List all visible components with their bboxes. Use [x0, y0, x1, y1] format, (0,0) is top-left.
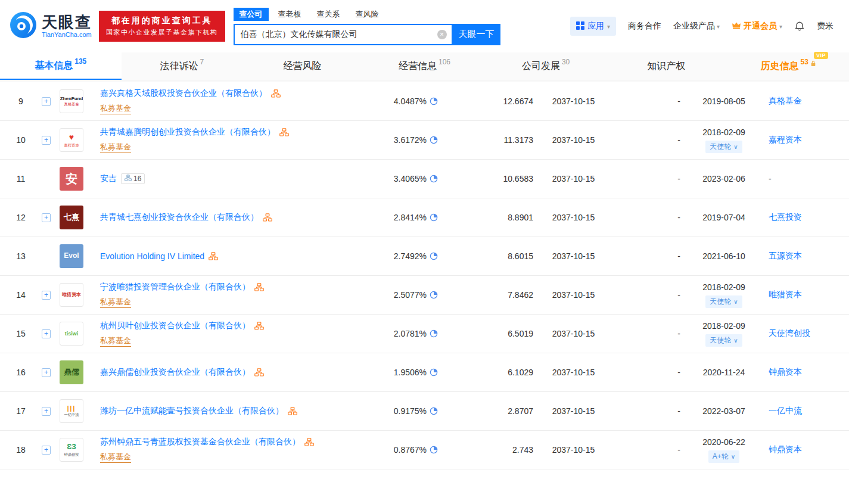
private-fund-tag[interactable]: 私募基金 [100, 297, 131, 308]
shareholder-name-link[interactable]: 宁波唯猎投资管理合伙企业（有限合伙） [100, 282, 250, 293]
private-fund-tag[interactable]: 私募基金 [100, 103, 131, 114]
private-fund-tag[interactable]: 私募基金 [100, 335, 131, 347]
fund-link[interactable]: 天使湾创投 [769, 328, 810, 338]
clear-search-icon[interactable]: × [437, 30, 447, 39]
logo-text-main: tisiwi [65, 331, 79, 337]
tab-operation-risk[interactable]: 经营风险 [242, 52, 364, 80]
tab-intellectual-property[interactable]: 知识产权 [607, 52, 728, 80]
ratio-pie-chart-icon[interactable] [430, 446, 438, 454]
shareholder-logo[interactable]: ||| 一亿中流 [60, 399, 83, 423]
expand-button[interactable]: + [42, 97, 51, 106]
ratio-pie-chart-icon[interactable] [430, 213, 438, 222]
row-number: 12 [0, 213, 42, 222]
shareholder-logo[interactable]: 安 [60, 167, 83, 191]
equity-structure-icon[interactable] [304, 438, 314, 446]
tab-history-info[interactable]: 历史信息 53 VIP [727, 52, 849, 80]
shareholder-logo[interactable]: ♥ 嘉程资本 [60, 128, 83, 152]
fund-link[interactable]: - [769, 174, 772, 183]
equity-structure-icon[interactable] [263, 213, 272, 222]
expand-button[interactable]: + [42, 446, 51, 455]
equity-structure-icon[interactable] [254, 368, 264, 377]
fund-link[interactable]: 钟鼎资本 [769, 444, 802, 454]
ratio-pie-chart-icon[interactable] [430, 368, 438, 377]
funding-round-tag[interactable]: 天使轮 ∨ [705, 141, 742, 153]
expand-button[interactable]: + [42, 329, 51, 338]
shareholders-table: 9 + ZhenFund 真格基金 嘉兴真格天域股权投资合伙企业（有限合伙） [0, 82, 849, 469]
search-button[interactable]: 天眼一下 [453, 24, 500, 45]
notification-bell-icon[interactable] [794, 21, 805, 32]
expand-button[interactable]: + [42, 213, 51, 222]
tab-company-development[interactable]: 公司发展30 [485, 52, 607, 80]
fund-link[interactable]: 嘉程资本 [769, 135, 802, 144]
expand-button[interactable]: + [42, 368, 51, 377]
shareholder-name-link[interactable]: 嘉兴真格天域股权投资合伙企业（有限合伙） [100, 88, 267, 99]
tab-basic-info[interactable]: 基本信息135 [0, 52, 122, 80]
shareholder-name-link[interactable]: 共青城嘉腾明创创业投资合伙企业（有限合伙） [100, 127, 275, 138]
private-fund-tag[interactable]: 私募基金 [100, 452, 131, 463]
equity-structure-icon[interactable] [254, 283, 264, 291]
ratio-pie-chart-icon[interactable] [430, 407, 438, 415]
user-name[interactable]: 费米 [817, 21, 834, 32]
shareholder-name-link[interactable]: Evolution Holding IV Limited [100, 251, 204, 261]
dash-cell: - [614, 251, 685, 261]
shareholder-name-link[interactable]: 安吉 [100, 173, 117, 184]
row-number: 14 [0, 290, 42, 300]
fund-link[interactable]: 五源资本 [769, 251, 802, 260]
open-vip-button[interactable]: 开通会员 ▾ [732, 21, 782, 32]
related-count-badge[interactable]: 16 [121, 173, 145, 184]
shareholder-logo[interactable]: tisiwi [60, 322, 83, 346]
shareholder-logo[interactable]: Evol [60, 244, 83, 268]
logo-text-main: 鼎儒 [64, 368, 79, 377]
expand-button[interactable]: + [42, 407, 51, 416]
shareholder-name-link[interactable]: 共青城七熹创业投资合伙企业（有限合伙） [100, 212, 259, 223]
date-value-1: 2037-10-15 [533, 406, 614, 416]
nav-enterprise-products[interactable]: 企业级产品 ▾ [673, 21, 720, 32]
shareholder-logo[interactable]: 唯猎资本 [60, 283, 83, 307]
funding-round-tag[interactable]: 天使轮 ∨ [705, 295, 742, 308]
chevron-down-icon: ▾ [717, 23, 720, 30]
ratio-pie-chart-icon[interactable] [430, 329, 438, 338]
tab-legal-proceedings[interactable]: 法律诉讼7 [122, 52, 243, 80]
equity-structure-icon[interactable] [288, 407, 297, 415]
ratio-pie-chart-icon[interactable] [430, 291, 438, 299]
search-input-wrap: × [234, 24, 453, 45]
nav-business-cooperation[interactable]: 商务合作 [628, 21, 661, 32]
ratio-pie-chart-icon[interactable] [430, 252, 438, 260]
private-fund-tag[interactable]: 私募基金 [100, 142, 131, 153]
funding-round-tag[interactable]: 天使轮 ∨ [705, 334, 742, 347]
equity-structure-icon[interactable] [254, 322, 264, 330]
search-input[interactable] [235, 25, 452, 44]
fund-link[interactable]: 唯猎资本 [769, 290, 802, 299]
equity-structure-icon[interactable] [279, 128, 289, 136]
tab-operation-info[interactable]: 经营信息106 [364, 52, 486, 80]
shareholder-logo[interactable]: Ɛ3 钟鼎创投 [60, 438, 83, 462]
shareholder-logo[interactable]: 鼎儒 [60, 360, 83, 384]
equity-structure-icon[interactable] [271, 89, 281, 98]
shareholder-logo[interactable]: 七熹 [60, 206, 83, 229]
invest-date: 2019-07-04 [685, 213, 763, 222]
ratio-pie-chart-icon[interactable] [430, 136, 438, 144]
shareholder-name-link[interactable]: 嘉兴鼎儒创业投资合伙企业（有限合伙） [100, 367, 250, 378]
search-tab-relation[interactable]: 查关系 [311, 8, 346, 21]
search-tab-boss[interactable]: 查老板 [272, 8, 307, 21]
equity-structure-icon[interactable] [209, 252, 218, 260]
shareholder-logo[interactable]: ZhenFund 真格基金 [60, 89, 83, 113]
apps-menu-button[interactable]: 应用 ▾ [570, 17, 616, 36]
shareholder-name-link[interactable]: 苏州钟鼎五号青蓝股权投资基金合伙企业（有限合伙） [100, 437, 300, 447]
shareholder-name-link[interactable]: 潍坊一亿中流赋能壹号投资合伙企业（有限合伙） [100, 406, 284, 416]
capital-amount: 11.3173 [438, 135, 533, 145]
ratio-pie-chart-icon[interactable] [430, 175, 438, 183]
shareholder-name-link[interactable]: 杭州贝叶创业投资合伙企业（有限合伙） [100, 321, 250, 331]
dash-cell: - [614, 135, 685, 145]
expand-button[interactable]: + [42, 291, 51, 300]
fund-link[interactable]: 真格基金 [769, 96, 802, 105]
fund-link[interactable]: 七熹投资 [769, 212, 802, 222]
tianyancha-logo[interactable]: 天眼查 TianYanCha.com [10, 11, 92, 41]
fund-link[interactable]: 钟鼎资本 [769, 367, 802, 377]
funding-round-tag[interactable]: A+轮 ∨ [708, 450, 739, 463]
expand-button[interactable]: + [42, 136, 51, 145]
search-tab-company[interactable]: 查公司 [234, 8, 269, 21]
search-tab-risk[interactable]: 查风险 [350, 8, 385, 21]
ratio-pie-chart-icon[interactable] [430, 97, 438, 105]
fund-link[interactable]: 一亿中流 [769, 406, 802, 415]
